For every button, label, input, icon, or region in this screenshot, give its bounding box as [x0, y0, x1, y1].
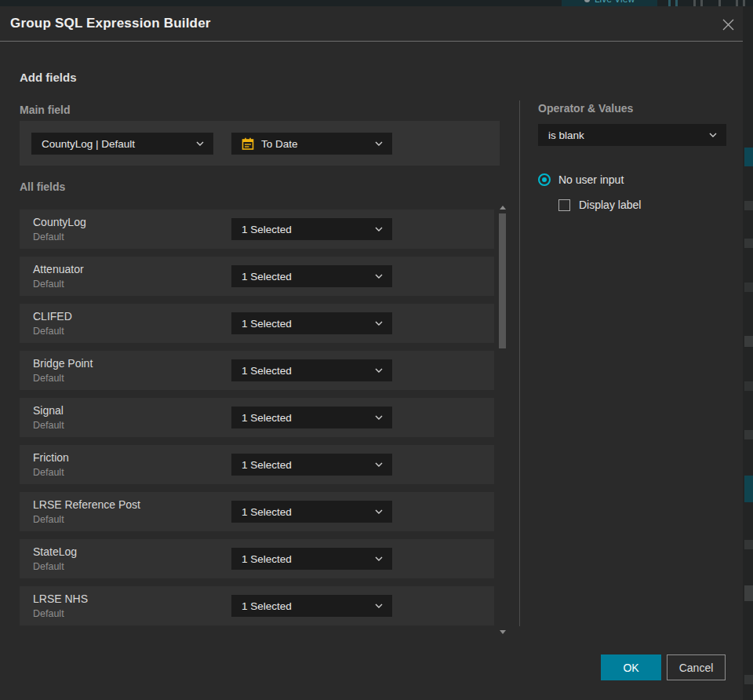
operator-dropdown[interactable]: is blank: [538, 124, 726, 146]
background-toolbar-glyph: [675, 0, 678, 6]
field-select-dropdown[interactable]: 1 Selected: [231, 595, 392, 617]
field-select-dropdown[interactable]: 1 Selected: [231, 454, 392, 476]
background-chip: [744, 540, 753, 549]
field-row-attenuator: Attenuator Default 1 Selected: [20, 257, 494, 296]
display-label-text: Display label: [579, 199, 641, 211]
field-row-countylog: CountyLog Default 1 Selected: [20, 210, 494, 249]
chevron-down-icon: [375, 227, 383, 232]
no-user-input-radio[interactable]: No user input: [538, 173, 624, 186]
dialog-title: Group SQL Expression Builder: [10, 16, 211, 31]
background-toolbar-glyph: [718, 0, 721, 6]
background-toolbar-glyph: [668, 0, 671, 6]
panel-divider: [519, 100, 520, 626]
chevron-down-icon: [375, 141, 383, 146]
background-chip: [744, 381, 753, 391]
add-fields-heading: Add fields: [20, 71, 77, 84]
scrollbar-thumb[interactable]: [499, 213, 506, 348]
background-toolbar-glyph: [700, 0, 703, 6]
background-toolbar-glyph: [743, 0, 745, 6]
background-chip: [744, 148, 753, 166]
list-scrollbar[interactable]: [498, 204, 507, 636]
live-view-label: Live View: [595, 0, 635, 5]
field-row-statelog: StateLog Default 1 Selected: [20, 539, 494, 578]
field-select-dropdown[interactable]: 1 Selected: [231, 218, 392, 240]
cancel-button[interactable]: Cancel: [667, 654, 726, 680]
field-select-value: 1 Selected: [242, 318, 375, 330]
field-row-signal: Signal Default 1 Selected: [20, 398, 494, 437]
background-chip: [744, 585, 753, 601]
checkbox-unchecked-icon: [558, 199, 570, 211]
field-select-value: 1 Selected: [242, 365, 375, 377]
main-field-source-value: CountyLog | Default: [42, 138, 196, 150]
field-select-value: 1 Selected: [242, 459, 375, 471]
field-name: LRSE Reference Post: [33, 498, 140, 511]
field-subtitle: Default: [33, 561, 64, 572]
main-field-label: Main field: [20, 104, 71, 116]
scrollbar-down-arrow-icon[interactable]: [500, 630, 506, 634]
background-chip: [744, 336, 753, 347]
field-select-dropdown[interactable]: 1 Selected: [231, 312, 392, 334]
no-user-input-label: No user input: [558, 173, 624, 186]
field-select-value: 1 Selected: [242, 506, 375, 518]
field-row-clifed: CLIFED Default 1 Selected: [20, 304, 494, 343]
background-app-topbar: Live View: [0, 0, 753, 6]
chevron-down-icon: [375, 509, 383, 514]
chevron-down-icon: [375, 603, 383, 608]
field-name: Signal: [33, 404, 64, 417]
display-label-checkbox[interactable]: Display label: [558, 199, 641, 211]
background-chip: [744, 430, 753, 439]
field-subtitle: Default: [33, 232, 64, 242]
background-app-sidebar: [743, 6, 753, 700]
background-toolbar-glyph: [693, 0, 696, 6]
field-select-value: 1 Selected: [242, 412, 375, 424]
field-select-dropdown[interactable]: 1 Selected: [231, 265, 392, 287]
field-subtitle: Default: [33, 373, 64, 384]
field-select-dropdown[interactable]: 1 Selected: [231, 548, 392, 570]
main-field-type-value: To Date: [261, 138, 375, 150]
field-name: Attenuator: [33, 263, 84, 275]
live-view-dot-icon: [584, 0, 590, 2]
main-field-row: CountyLog | Default To Date: [20, 121, 500, 166]
field-subtitle: Default: [33, 420, 64, 431]
chevron-down-icon: [196, 141, 204, 146]
field-select-value: 1 Selected: [242, 600, 375, 612]
chevron-down-icon: [375, 556, 383, 561]
dialog-titlebar: Group SQL Expression Builder: [0, 6, 743, 42]
field-subtitle: Default: [33, 467, 64, 478]
chevron-down-icon: [375, 321, 383, 326]
field-row-bridge-point: Bridge Point Default 1 Selected: [20, 351, 494, 390]
background-chip: [744, 283, 753, 292]
radio-selected-icon: [538, 173, 551, 186]
field-subtitle: Default: [33, 279, 64, 290]
field-subtitle: Default: [33, 514, 64, 525]
background-chip: [744, 476, 753, 502]
field-name: Bridge Point: [33, 357, 93, 370]
field-select-dropdown[interactable]: 1 Selected: [231, 501, 392, 523]
field-select-value: 1 Selected: [242, 271, 375, 283]
background-chip: [744, 201, 753, 210]
operator-values-heading: Operator & Values: [538, 102, 633, 115]
field-select-value: 1 Selected: [242, 224, 375, 235]
main-field-source-dropdown[interactable]: CountyLog | Default: [31, 133, 213, 155]
field-name: LRSE NHS: [33, 592, 88, 605]
all-fields-label: All fields: [20, 180, 65, 193]
field-name: CLIFED: [33, 310, 72, 323]
chevron-down-icon: [709, 133, 717, 137]
field-name: Friction: [33, 451, 69, 464]
scrollbar-up-arrow-icon[interactable]: [500, 206, 506, 210]
field-select-dropdown[interactable]: 1 Selected: [231, 359, 392, 381]
chevron-down-icon: [375, 415, 383, 420]
all-fields-list: CountyLog Default 1 Selected Attenuator …: [20, 210, 494, 633]
field-name: CountyLog: [33, 216, 86, 228]
chevron-down-icon: [375, 462, 383, 467]
live-view-button[interactable]: Live View: [562, 0, 657, 6]
group-sql-expression-builder-dialog: Group SQL Expression Builder Add fields …: [0, 6, 743, 700]
close-icon[interactable]: [720, 16, 736, 32]
calendar-icon: [242, 137, 254, 151]
field-row-lrse-nhs: LRSE NHS Default 1 Selected: [20, 586, 494, 625]
main-field-type-dropdown[interactable]: To Date: [231, 133, 392, 155]
ok-button[interactable]: OK: [601, 654, 661, 680]
chevron-down-icon: [375, 368, 383, 373]
field-select-dropdown[interactable]: 1 Selected: [231, 407, 392, 428]
field-row-lrse-reference-post: LRSE Reference Post Default 1 Selected: [20, 492, 494, 531]
